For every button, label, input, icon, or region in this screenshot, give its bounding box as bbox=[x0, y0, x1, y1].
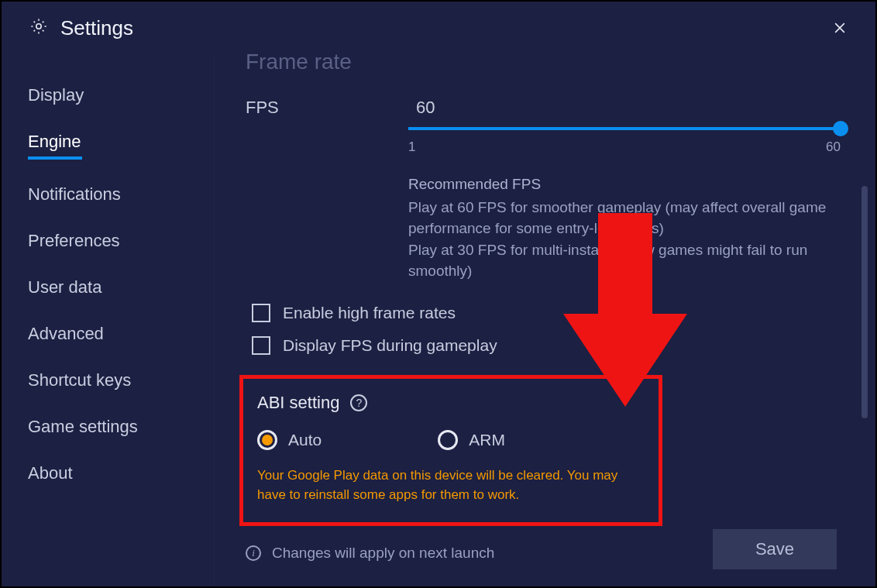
save-button-label: Save bbox=[755, 539, 794, 559]
radio-auto-label: Auto bbox=[288, 431, 322, 449]
recommended-fps-block: Recommended FPS Play at 60 FPS for smoot… bbox=[408, 174, 842, 282]
header: Settings bbox=[2, 2, 875, 54]
recommended-line-1: Play at 60 FPS for smoother gameplay (ma… bbox=[408, 197, 842, 239]
checkbox-box-icon bbox=[252, 304, 270, 322]
sidebar-item-user-data[interactable]: User data bbox=[28, 277, 214, 297]
radio-arm-label: ARM bbox=[469, 431, 505, 449]
sidebar-item-preferences[interactable]: Preferences bbox=[28, 231, 214, 251]
slider-min-label: 1 bbox=[408, 139, 415, 155]
sidebar-item-engine[interactable]: Engine bbox=[28, 132, 214, 158]
sidebar: Display Engine Notifications Preferences… bbox=[2, 54, 215, 585]
sidebar-item-advanced[interactable]: Advanced bbox=[28, 324, 214, 344]
header-left: Settings bbox=[29, 16, 133, 40]
radio-abi-auto[interactable]: Auto bbox=[257, 430, 322, 450]
save-button[interactable]: Save bbox=[713, 529, 837, 569]
gear-icon bbox=[29, 17, 48, 39]
sidebar-item-notifications[interactable]: Notifications bbox=[28, 184, 214, 205]
scrollbar[interactable] bbox=[862, 186, 868, 418]
radio-circle-icon bbox=[257, 430, 277, 450]
recommended-line-2: Play at 30 FPS for multi-instance (few g… bbox=[408, 239, 842, 282]
frame-rate-heading: Frame rate bbox=[246, 54, 844, 74]
checkbox-box-icon bbox=[252, 336, 270, 355]
sidebar-item-shortcut-keys[interactable]: Shortcut keys bbox=[28, 370, 214, 390]
checkbox-display-fps-label: Display FPS during gameplay bbox=[283, 336, 497, 355]
abi-warning-text: Your Google Play data on this device wil… bbox=[257, 466, 645, 505]
fps-value: 60 bbox=[416, 98, 435, 118]
sidebar-item-about[interactable]: About bbox=[28, 463, 214, 483]
info-icon: i bbox=[246, 545, 261, 561]
abi-setting-section: ABI setting ? Auto ARM Your Google Play … bbox=[239, 375, 662, 526]
slider-max-label: 60 bbox=[826, 139, 841, 155]
help-icon[interactable]: ? bbox=[350, 394, 367, 411]
content: Frame rate FPS 60 1 60 Recommended FPS P… bbox=[215, 54, 875, 585]
sidebar-item-display[interactable]: Display bbox=[28, 85, 214, 105]
radio-abi-arm[interactable]: ARM bbox=[438, 430, 505, 450]
slider-thumb[interactable] bbox=[833, 121, 848, 136]
sidebar-item-game-settings[interactable]: Game settings bbox=[28, 417, 214, 437]
radio-circle-icon bbox=[438, 430, 458, 450]
close-button[interactable] bbox=[827, 15, 852, 40]
fps-label: FPS bbox=[246, 98, 408, 118]
page-title: Settings bbox=[60, 16, 133, 40]
recommended-title: Recommended FPS bbox=[408, 174, 842, 195]
footer-note: Changes will apply on next launch bbox=[272, 545, 494, 562]
checkbox-display-fps[interactable]: Display FPS during gameplay bbox=[252, 336, 844, 355]
checkbox-high-fps-label: Enable high frame rates bbox=[283, 304, 456, 322]
footer-note-row: i Changes will apply on next launch bbox=[246, 545, 494, 562]
svg-point-0 bbox=[36, 24, 41, 29]
checkbox-enable-high-fps[interactable]: Enable high frame rates bbox=[252, 304, 844, 322]
fps-slider[interactable]: 1 60 bbox=[408, 127, 841, 155]
abi-title: ABI setting bbox=[257, 393, 339, 413]
